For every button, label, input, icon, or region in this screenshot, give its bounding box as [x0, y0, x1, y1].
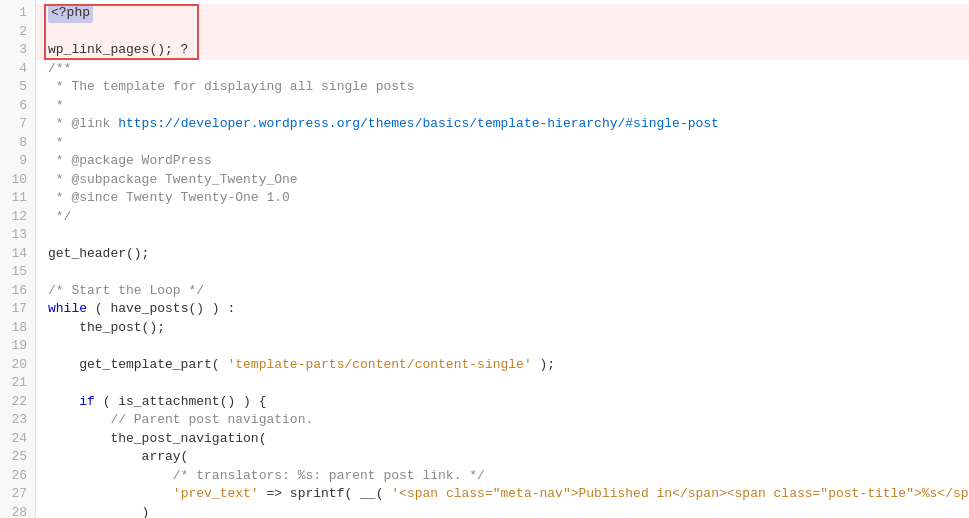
- line-num-27: 27: [8, 485, 27, 504]
- code-line-26: /* translators: %s: parent post link. */: [36, 467, 969, 486]
- code-line-5: * The template for displaying all single…: [36, 78, 969, 97]
- line-num-25: 25: [8, 448, 27, 467]
- code-text-22a: [48, 393, 79, 412]
- code-area: 1 2 3 4 5 6 7 8 9 10 11 12 13 14 15 16 1…: [0, 0, 969, 518]
- code-text-11: * @since Twenty Twenty-One 1.0: [48, 189, 290, 208]
- line-num-11: 11: [8, 189, 27, 208]
- code-line-15: [36, 263, 969, 282]
- code-line-24: the_post_navigation(: [36, 430, 969, 449]
- code-text-8: *: [48, 134, 64, 153]
- line-num-3: 3: [8, 41, 27, 60]
- code-text-3: wp_link_pages(); ?: [48, 41, 188, 60]
- code-line-7: * @link https://developer.wordpress.org/…: [36, 115, 969, 134]
- code-text-17b: ( have_posts() ) :: [87, 300, 235, 319]
- code-text-6: *: [48, 97, 64, 116]
- code-text-22c: ( is_attachment() ) {: [95, 393, 267, 412]
- code-text-17a: while: [48, 300, 87, 319]
- line-num-24: 24: [8, 430, 27, 449]
- line-num-2: 2: [8, 23, 27, 42]
- code-text-20b: 'template-parts/content/content-single': [227, 356, 531, 375]
- line-num-23: 23: [8, 411, 27, 430]
- line-num-26: 26: [8, 467, 27, 486]
- code-text-26: /* translators: %s: parent post link. */: [48, 467, 485, 486]
- line-numbers: 1 2 3 4 5 6 7 8 9 10 11 12 13 14 15 16 1…: [0, 0, 36, 518]
- code-text-22b: if: [79, 393, 95, 412]
- code-text-27d: '<span class="meta-nav">Published in</sp…: [391, 485, 969, 504]
- code-line-25: array(: [36, 448, 969, 467]
- line-num-20: 20: [8, 356, 27, 375]
- line-num-13: 13: [8, 226, 27, 245]
- line-num-10: 10: [8, 171, 27, 190]
- code-text-18: the_post();: [48, 319, 165, 338]
- code-text-28: ): [48, 504, 149, 519]
- line-num-8: 8: [8, 134, 27, 153]
- line-num-14: 14: [8, 245, 27, 264]
- line-num-5: 5: [8, 78, 27, 97]
- code-line-8: *: [36, 134, 969, 153]
- code-line-14: get_header();: [36, 245, 969, 264]
- code-text-7a: * @link: [48, 115, 118, 134]
- code-line-12: */: [36, 208, 969, 227]
- editor-container: 1 2 3 4 5 6 7 8 9 10 11 12 13 14 15 16 1…: [0, 0, 969, 518]
- code-text-4: /**: [48, 60, 71, 79]
- code-text-20c: );: [532, 356, 555, 375]
- line-num-1: 1: [8, 4, 27, 23]
- code-line-28: ): [36, 504, 969, 519]
- code-line-10: * @subpackage Twenty_Twenty_One: [36, 171, 969, 190]
- code-text-27c: => sprintf( __(: [259, 485, 392, 504]
- line-num-18: 18: [8, 319, 27, 338]
- code-text-27b: 'prev_text': [173, 485, 259, 504]
- code-text-20a: get_template_part(: [48, 356, 227, 375]
- code-line-4: /**: [36, 60, 969, 79]
- code-text-12: */: [48, 208, 71, 227]
- code-text-7b: https://developer.wordpress.org/themes/b…: [118, 115, 719, 134]
- code-line-2: [36, 23, 969, 42]
- line-num-17: 17: [8, 300, 27, 319]
- line-num-7: 7: [8, 115, 27, 134]
- line-num-9: 9: [8, 152, 27, 171]
- code-line-6: *: [36, 97, 969, 116]
- code-line-18: the_post();: [36, 319, 969, 338]
- code-line-22: if ( is_attachment() ) {: [36, 393, 969, 412]
- code-line-3: wp_link_pages(); ?: [36, 41, 969, 60]
- code-line-27: 'prev_text' => sprintf( __( '<span class…: [36, 485, 969, 504]
- code-text-25: array(: [48, 448, 188, 467]
- code-text-16: /* Start the Loop */: [48, 282, 204, 301]
- line-num-28: 28: [8, 504, 27, 519]
- code-line-21: [36, 374, 969, 393]
- code-line-23: // Parent post navigation.: [36, 411, 969, 430]
- code-line-13: [36, 226, 969, 245]
- code-line-19: [36, 337, 969, 356]
- code-line-1: <?php: [36, 4, 969, 23]
- code-text-10: * @subpackage Twenty_Twenty_One: [48, 171, 298, 190]
- code-line-20: get_template_part( 'template-parts/conte…: [36, 356, 969, 375]
- code-text-9: * @package WordPress: [48, 152, 212, 171]
- line-num-21: 21: [8, 374, 27, 393]
- line-num-16: 16: [8, 282, 27, 301]
- code-text-5: * The template for displaying all single…: [48, 78, 415, 97]
- line-num-19: 19: [8, 337, 27, 356]
- line-num-15: 15: [8, 263, 27, 282]
- code-text-23: // Parent post navigation.: [48, 411, 313, 430]
- line-num-4: 4: [8, 60, 27, 79]
- code-line-17: while ( have_posts() ) :: [36, 300, 969, 319]
- code-line-16: /* Start the Loop */: [36, 282, 969, 301]
- line-num-12: 12: [8, 208, 27, 227]
- code-line-11: * @since Twenty Twenty-One 1.0: [36, 189, 969, 208]
- code-text-14: get_header();: [48, 245, 149, 264]
- code-text-27a: [48, 485, 173, 504]
- code-line-9: * @package WordPress: [36, 152, 969, 171]
- php-open-tag: <?php: [48, 4, 93, 23]
- code-text-24: the_post_navigation(: [48, 430, 266, 449]
- code-content[interactable]: <?php wp_link_pages(); ? /** * The templ…: [36, 0, 969, 518]
- line-num-22: 22: [8, 393, 27, 412]
- line-num-6: 6: [8, 97, 27, 116]
